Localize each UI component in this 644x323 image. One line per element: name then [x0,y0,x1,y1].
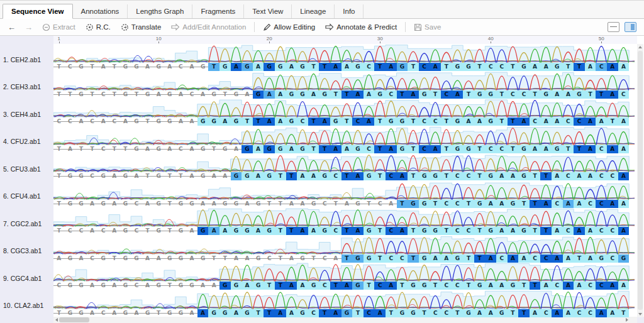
base-cell[interactable]: G [518,172,530,180]
base-cell[interactable]: G [319,90,330,99]
base-cell[interactable]: T [341,118,353,126]
base-cell[interactable]: T [87,63,98,71]
base-cell[interactable]: G [540,90,552,99]
tab-lineage[interactable]: Lineage [292,4,335,18]
tab-info[interactable]: Info [335,4,364,18]
base-cell[interactable]: T [574,255,585,263]
base-cell[interactable]: A [563,200,574,208]
base-cell[interactable]: A [109,309,120,317]
base-cell[interactable]: A [607,200,618,208]
base-cell[interactable]: A [253,172,264,180]
base-cell[interactable]: A [397,172,408,180]
base-cell[interactable]: C [386,255,397,263]
base-cell[interactable]: T [53,309,65,317]
base-cell[interactable]: G [552,63,563,71]
base-cell[interactable]: A [496,172,508,180]
trace-row[interactable]: TCCACAGCTGTGAGAAGGAGTTAAGCTAGTCATGGTCCTG… [53,208,636,236]
base-cell[interactable]: C [87,118,98,126]
base-cell[interactable]: T [463,200,474,208]
base-cell[interactable]: C [397,255,408,263]
base-cell[interactable]: T [53,145,65,153]
base-cell[interactable]: C [97,90,109,99]
base-cell[interactable]: C [607,255,618,263]
vertical-scroll-thumb[interactable] [638,51,643,310]
base-cell[interactable]: A [308,172,319,180]
base-cell[interactable]: T [530,200,541,208]
base-cell[interactable]: T [53,200,65,208]
base-cell[interactable]: T [518,200,530,208]
base-cell[interactable]: C [607,172,618,180]
base-cell[interactable]: A [618,63,630,71]
base-cell[interactable]: T [374,118,386,126]
base-cell[interactable]: T [518,309,530,317]
base-cell[interactable]: G [452,255,464,263]
base-cell[interactable]: A [530,145,541,153]
base-cell[interactable]: G [275,145,286,153]
trace-row[interactable]: AGACGTGGAAGGAGTTAAGCTAGTCATGGTCCTGAAGTTA… [53,236,636,263]
base-cell[interactable]: T [319,63,330,71]
base-cell[interactable]: G [253,90,264,99]
base-cell[interactable]: A [618,118,630,126]
base-cell[interactable]: G [131,255,142,263]
base-cell[interactable]: A [330,145,341,153]
base-cell[interactable]: G [175,255,187,263]
base-cell[interactable]: A [585,255,596,263]
base-cell[interactable]: C [441,282,452,290]
base-cell[interactable]: A [574,282,585,290]
base-cell[interactable]: T [530,172,541,180]
base-cell[interactable]: T [208,255,219,263]
row-label[interactable]: 8. CGC3.ab1 [0,227,53,255]
base-cell[interactable]: G [175,227,187,235]
base-cell[interactable]: T [341,172,353,180]
base-cell[interactable]: T [242,118,253,126]
base-cell[interactable]: A [596,309,607,317]
base-cell[interactable]: A [242,90,253,99]
base-cell[interactable]: A [208,200,219,208]
base-cell[interactable]: A [374,309,386,317]
base-cell[interactable]: C [97,309,109,317]
base-cell[interactable]: C [596,145,607,153]
base-cell[interactable]: T [408,255,419,263]
base-cell[interactable]: G [153,63,164,71]
base-cell[interactable]: A [330,255,341,263]
base-cell[interactable]: A [186,227,197,235]
base-cell[interactable]: A [530,309,541,317]
base-cell[interactable]: A [131,309,142,317]
base-cell[interactable]: A [186,309,197,317]
base-cell[interactable]: A [386,200,397,208]
base-cell[interactable]: T [53,227,65,235]
base-cell[interactable]: G [474,90,486,99]
base-cell[interactable]: T [419,309,430,317]
base-cell[interactable]: A [508,172,519,180]
base-cell[interactable]: G [308,282,319,290]
base-cell[interactable]: A [463,118,474,126]
base-cell[interactable]: A [508,255,519,263]
base-cell[interactable]: C [585,309,596,317]
base-cell[interactable]: T [374,172,386,180]
base-cell[interactable]: A [618,200,630,208]
base-cell[interactable]: C [441,309,452,317]
trace-row[interactable]: CCACACAGTGGAAGGAGTTAAGCTAGTCATGGTCCTGAAG… [53,99,636,126]
base-cell[interactable]: C [97,227,109,235]
translate-button[interactable]: Translate [116,21,166,33]
base-cell[interactable]: A [308,227,319,235]
base-cell[interactable]: A [164,63,175,71]
base-cell[interactable]: G [242,145,253,153]
back-button[interactable]: ← [4,21,19,33]
base-cell[interactable]: G [65,309,76,317]
base-cell[interactable]: G [164,255,175,263]
row-label[interactable]: 7. CGC2.ab1 [0,200,53,227]
base-cell[interactable]: A [286,282,297,290]
base-cell[interactable]: C [596,172,607,180]
base-cell[interactable]: A [552,90,563,99]
base-cell[interactable]: T [109,63,120,71]
row-label[interactable]: 10. CLA2.ab1 [0,282,53,310]
base-cell[interactable]: G [75,309,87,317]
base-cell[interactable]: T [53,90,65,99]
base-cell[interactable]: C [540,255,552,263]
base-cell[interactable]: G [97,200,109,208]
base-cell[interactable]: A [430,255,441,263]
tab-text-view[interactable]: Text View [244,4,292,18]
base-cell[interactable]: T [397,282,408,290]
base-cell[interactable]: T [208,63,219,71]
